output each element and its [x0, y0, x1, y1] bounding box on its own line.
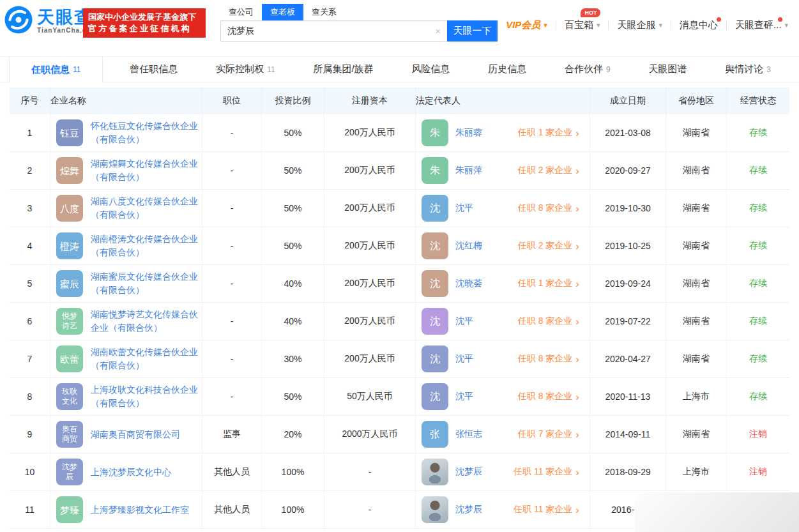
- company-logo[interactable]: 八度: [56, 195, 83, 222]
- status-badge: 存续: [749, 278, 767, 289]
- rep-avatar[interactable]: 朱: [422, 119, 448, 146]
- search-area: 查公司查老板查关系 × 天眼一下: [220, 4, 498, 42]
- row-number: 4: [27, 241, 33, 251]
- table-row: 4 橙涛 湖南橙涛文化传媒合伙企业（有限合伙） - 50% 200万人民币 沈 …: [10, 227, 789, 265]
- rep-avatar[interactable]: 张: [422, 421, 448, 448]
- company-name-link[interactable]: 上海梦臻影视文化工作室: [91, 503, 202, 517]
- clear-search-icon[interactable]: ×: [435, 26, 441, 36]
- tab-8[interactable]: 天眼图谱: [637, 57, 698, 82]
- company-name-link[interactable]: 怀化钰豆文化传媒合伙企业（有限合伙）: [91, 119, 202, 146]
- tab-6[interactable]: 历史信息: [476, 57, 538, 82]
- rep-companies-link[interactable]: 任职 11 家企业 ›: [514, 504, 579, 515]
- nav-item-1[interactable]: VIP会员▾: [498, 19, 556, 31]
- position-value: -: [231, 128, 234, 138]
- company-logo[interactable]: 橙涛: [56, 232, 83, 259]
- rep-name-link[interactable]: 张恒志: [455, 429, 513, 440]
- gov-badge-line1: 国家中小企业发展子基金旗下: [88, 11, 201, 23]
- position-value: 监事: [223, 429, 241, 440]
- search-button[interactable]: 天眼一下: [447, 20, 498, 42]
- rep-companies-link[interactable]: 任职 2 家企业 ›: [518, 165, 579, 176]
- tab-5[interactable]: 风险信息: [400, 57, 461, 82]
- company-logo[interactable]: 沈梦 辰: [56, 459, 83, 485]
- region-value: 湖南省: [683, 315, 710, 327]
- tab-7[interactable]: 合作伙伴9: [553, 57, 622, 82]
- search-tab-3[interactable]: 查关系: [303, 4, 345, 20]
- rep-avatar[interactable]: 沈: [422, 195, 448, 222]
- status-badge: 存续: [749, 315, 767, 327]
- rep-name-link[interactable]: 沈平: [455, 353, 513, 365]
- rep-companies-link[interactable]: 任职 8 家企业 ›: [518, 391, 579, 402]
- rep-companies-link[interactable]: 任职 8 家企业 ›: [518, 202, 579, 214]
- position-value: -: [231, 241, 234, 251]
- rep-companies-link[interactable]: 任职 2 家企业 ›: [518, 240, 579, 252]
- chevron-down-icon: ▾: [658, 21, 662, 29]
- rep-avatar[interactable]: 沈: [422, 232, 448, 259]
- rep-companies-link[interactable]: 任职 1 家企业 ›: [518, 278, 579, 289]
- company-name-link[interactable]: 湖南蜜辰文化传媒合伙企业（有限合伙）: [91, 270, 202, 297]
- company-name-link[interactable]: 湖南奥百商贸有限公司: [91, 428, 202, 441]
- company-logo[interactable]: 悦梦 诗艺: [56, 308, 83, 335]
- rep-name-link[interactable]: 沈晓荟: [455, 278, 513, 289]
- company-logo[interactable]: 钰豆: [56, 119, 83, 146]
- rep-name-link[interactable]: 朱丽蓉: [455, 127, 513, 139]
- company-logo[interactable]: 玫耿 文化: [56, 383, 83, 410]
- rep-name-link[interactable]: 沈红梅: [455, 240, 513, 252]
- rep-avatar[interactable]: 沈: [422, 383, 448, 410]
- company-name-link[interactable]: 湖南八度文化传媒合伙企业（有限合伙）: [91, 195, 202, 222]
- rep-avatar[interactable]: 沈: [422, 270, 448, 297]
- nav-item-4[interactable]: 消息中心: [671, 19, 726, 31]
- nav-item-label: 天眼企服: [617, 19, 655, 31]
- invest-ratio-value: 20%: [284, 429, 301, 439]
- founded-date-value: 2014-09-11: [605, 429, 651, 439]
- rep-avatar[interactable]: 沈: [422, 346, 448, 372]
- header: 天眼查 TianYanCha.com 国家中小企业发展子基金旗下 官方备案企业征…: [0, 0, 799, 56]
- rep-name-link[interactable]: 沈梦辰: [455, 466, 513, 478]
- company-name-link[interactable]: 湖南煌舞文化传媒合伙企业（有限合伙）: [91, 157, 202, 184]
- company-logo[interactable]: 梦臻: [56, 496, 83, 523]
- company-name-link[interactable]: 湖南欧蕾文化传媒合伙企业（有限合伙）: [91, 346, 202, 372]
- nav-item-2[interactable]: 百宝箱HOT▾: [556, 19, 609, 31]
- company-name-link[interactable]: 上海玫耿文化科技合伙企业（有限合伙）: [91, 383, 202, 410]
- company-logo[interactable]: 奥百 商贸: [56, 421, 83, 448]
- search-tab-1[interactable]: 查公司: [220, 4, 262, 20]
- invest-ratio-value: 50%: [284, 203, 301, 213]
- rep-avatar[interactable]: [422, 496, 448, 523]
- column-header: 序号: [10, 87, 50, 114]
- nav-item-label: 百宝箱: [565, 19, 593, 31]
- rep-companies-link[interactable]: 任职 7 家企业 ›: [518, 429, 579, 440]
- rep-companies-link[interactable]: 任职 8 家企业 ›: [518, 353, 579, 365]
- rep-name-link[interactable]: 沈平: [455, 202, 513, 214]
- rep-avatar[interactable]: 朱: [422, 157, 448, 184]
- header-nav: VIP会员▾百宝箱HOT▾天眼企服▾消息中心天眼查砰...▾: [498, 19, 796, 31]
- nav-item-3[interactable]: 天眼企服▾: [609, 19, 671, 31]
- rep-avatar[interactable]: [422, 459, 448, 485]
- rep-companies-link[interactable]: 任职 1 家企业 ›: [518, 127, 579, 139]
- rep-name-link[interactable]: 沈平: [455, 315, 513, 327]
- company-name-link[interactable]: 上海沈梦辰文化中心: [91, 466, 202, 479]
- tab-1[interactable]: 任职信息11: [9, 57, 103, 82]
- table-row: 10 沈梦 辰 上海沈梦辰文化中心 其他人员 100% - 沈梦辰 任职 11 …: [10, 453, 789, 491]
- tab-9[interactable]: 舆情讨论3: [713, 57, 782, 82]
- nav-item-5[interactable]: 天眼查砰...▾: [727, 19, 796, 31]
- status-badge: 存续: [749, 127, 767, 139]
- rep-companies-link[interactable]: 任职 11 家企业 ›: [514, 466, 579, 478]
- hot-badge: HOT: [581, 8, 600, 17]
- tab-4[interactable]: 所属集团/族群: [301, 57, 384, 82]
- company-name-link[interactable]: 湖南悦梦诗艺文化传媒合伙企业（有限合伙）: [91, 308, 202, 335]
- search-input[interactable]: [220, 20, 447, 42]
- company-logo[interactable]: 煌舞: [56, 157, 83, 184]
- rep-name-link[interactable]: 朱丽萍: [455, 165, 513, 176]
- rep-companies-link[interactable]: 任职 8 家企业 ›: [518, 315, 579, 327]
- rep-name-link[interactable]: 沈平: [455, 391, 513, 402]
- tab-3[interactable]: 实际控制权11: [204, 57, 286, 82]
- company-logo[interactable]: 蜜辰: [56, 270, 83, 297]
- company-name-link[interactable]: 湖南橙涛文化传媒合伙企业（有限合伙）: [91, 232, 202, 259]
- rep-name-link[interactable]: 沈梦辰: [455, 504, 513, 515]
- company-logo[interactable]: 欧蕾: [56, 346, 83, 372]
- status-badge: 存续: [749, 165, 767, 176]
- column-header: 经营状态: [727, 87, 789, 114]
- tab-count: 11: [73, 65, 80, 74]
- rep-avatar[interactable]: 沈: [422, 308, 448, 335]
- tab-2[interactable]: 曾任职信息: [118, 57, 189, 82]
- search-tab-2[interactable]: 查老板: [262, 4, 303, 20]
